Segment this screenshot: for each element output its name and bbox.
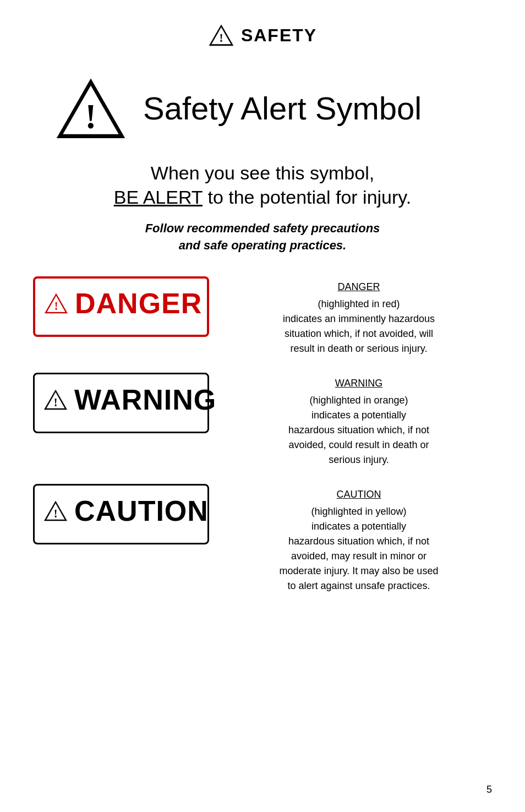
warning-desc-line3: hazardous situation which, if not bbox=[288, 424, 429, 435]
caution-row: ! CAUTION CAUTION (highlighted in yellow… bbox=[33, 484, 492, 593]
warning-desc-line5: serious injury. bbox=[329, 454, 389, 465]
caution-triangle-icon: ! bbox=[43, 499, 68, 523]
svg-text:!: ! bbox=[85, 97, 97, 135]
warning-title: WARNING bbox=[226, 376, 492, 391]
caution-label-box: ! CAUTION bbox=[33, 484, 209, 544]
danger-desc-line1: (highlighted in red) bbox=[318, 298, 400, 309]
alert-line2-part2: to the potential for injury. bbox=[203, 187, 411, 208]
caution-desc-line5: moderate injury. It may also be used bbox=[280, 565, 439, 576]
caution-label-text: CAUTION bbox=[74, 497, 209, 525]
caution-desc-line4: avoided, may result in minor or bbox=[291, 551, 426, 562]
warning-desc-line4: avoided, could result in death or bbox=[288, 439, 429, 450]
follow-text-content: Follow recommended safety precautions an… bbox=[33, 220, 492, 254]
danger-row: ! DANGER DANGER (highlighted in red) ind… bbox=[33, 276, 492, 356]
safety-alert-title: Safety Alert Symbol bbox=[143, 91, 422, 126]
danger-desc-line4: result in death or serious injury. bbox=[291, 343, 428, 354]
page-number: 5 bbox=[486, 784, 492, 795]
svg-text:!: ! bbox=[54, 300, 58, 312]
danger-description: DANGER (highlighted in red) indicates an… bbox=[226, 276, 492, 356]
follow-text-section: Follow recommended safety precautions an… bbox=[33, 220, 492, 254]
caution-description: CAUTION (highlighted in yellow) indicate… bbox=[226, 484, 492, 593]
caution-desc-line6: to alert against unsafe practices. bbox=[287, 580, 430, 591]
svg-text:!: ! bbox=[54, 396, 58, 408]
header-warning-icon: ! bbox=[208, 22, 234, 48]
alert-line1: When you see this symbol, bbox=[33, 161, 492, 185]
header-title: SAFETY bbox=[241, 25, 317, 46]
danger-desc-line3: situation which, if not avoided, will bbox=[285, 328, 433, 339]
svg-text:!: ! bbox=[219, 31, 223, 45]
warning-desc-line2: indicates a potentially bbox=[311, 410, 406, 421]
warning-desc-line1: (highlighted in orange) bbox=[309, 395, 408, 406]
safety-alert-icon: ! bbox=[55, 73, 127, 144]
warning-label-text: WARNING bbox=[74, 385, 216, 414]
danger-desc-line2: indicates an imminently hazardous bbox=[283, 313, 435, 324]
warning-triangle-icon: ! bbox=[43, 388, 68, 412]
caution-title: CAUTION bbox=[226, 487, 492, 502]
danger-label-text: DANGER bbox=[75, 289, 202, 318]
danger-title: DANGER bbox=[226, 280, 492, 295]
warning-row: ! WARNING WARNING (highlighted in orange… bbox=[33, 373, 492, 467]
safety-levels: ! DANGER DANGER (highlighted in red) ind… bbox=[33, 276, 492, 593]
caution-desc-line2: indicates a potentially bbox=[311, 521, 406, 532]
alert-description: When you see this symbol, BE ALERT to th… bbox=[33, 161, 492, 209]
be-alert-text: BE ALERT bbox=[114, 187, 203, 208]
danger-label-box: ! DANGER bbox=[33, 276, 209, 337]
caution-desc-line3: hazardous situation which, if not bbox=[288, 536, 429, 547]
caution-desc-line1: (highlighted in yellow) bbox=[311, 506, 406, 517]
page-header: ! SAFETY bbox=[33, 22, 492, 51]
warning-label-box: ! WARNING bbox=[33, 373, 209, 433]
header-inner: ! SAFETY bbox=[208, 22, 317, 48]
svg-text:!: ! bbox=[54, 508, 58, 520]
safety-alert-section: ! Safety Alert Symbol bbox=[33, 73, 492, 144]
alert-line2: BE ALERT to the potential for injury. bbox=[33, 185, 492, 209]
warning-description: WARNING (highlighted in orange) indicate… bbox=[226, 373, 492, 467]
page: ! SAFETY ! Safety Alert Symbol When you … bbox=[0, 0, 525, 812]
danger-triangle-icon: ! bbox=[44, 291, 68, 315]
